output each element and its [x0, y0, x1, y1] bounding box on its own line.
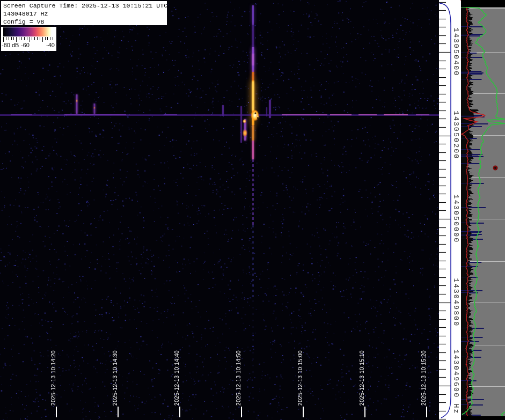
- spectrogram-waterfall-canvas: [0, 0, 439, 420]
- colorbar-legend: -80 dB -60 -40: [1, 27, 56, 51]
- time-tick: [118, 407, 119, 417]
- colorbar-major-ticks: [3, 37, 55, 42]
- time-label: 2025-12-13 10:15:00: [297, 350, 303, 406]
- frequency-label: 143050400: [452, 28, 460, 77]
- time-label: 2025-12-13 10:14:40: [173, 350, 180, 406]
- time-tick: [241, 407, 242, 417]
- colorbar-label-40db: -40: [46, 42, 55, 48]
- colorbar-label-60db: -60: [21, 42, 30, 48]
- spectrogram-app: Screen Capture Time: 2025-12-13 10:15:21…: [0, 0, 505, 420]
- capture-info-box: Screen Capture Time: 2025-12-13 10:15:21…: [1, 1, 167, 25]
- time-label: 2025-12-13 10:14:30: [112, 350, 118, 406]
- frequency-label: 143049600 Hz: [452, 349, 460, 414]
- frequency-label: 143050200: [452, 111, 460, 160]
- colorbar-label-80db: -80 dB: [2, 42, 19, 48]
- frequency-axis-and-spectrum-panel-canvas: [439, 0, 505, 420]
- time-label: 2025-12-13 10:14:50: [235, 350, 241, 406]
- time-label: 2025-12-13 10:15:20: [420, 350, 427, 406]
- time-label: 2025-12-13 10:14:20: [50, 350, 56, 406]
- frequency-label: 143050000: [452, 195, 460, 244]
- frequency-label: 143049800: [452, 278, 460, 327]
- colorbar-gradient: [3, 27, 55, 36]
- config-line: Config = V8: [3, 18, 167, 26]
- time-tick: [303, 407, 304, 417]
- time-tick: [426, 407, 427, 417]
- time-tick: [56, 407, 57, 417]
- time-tick: [364, 407, 365, 417]
- capture-time-line: Screen Capture Time: 2025-12-13 10:15:21…: [3, 2, 167, 10]
- time-label: 2025-12-13 10:15:10: [358, 350, 365, 406]
- time-tick: [179, 407, 180, 417]
- center-frequency-line: 143048017 Hz: [3, 10, 167, 18]
